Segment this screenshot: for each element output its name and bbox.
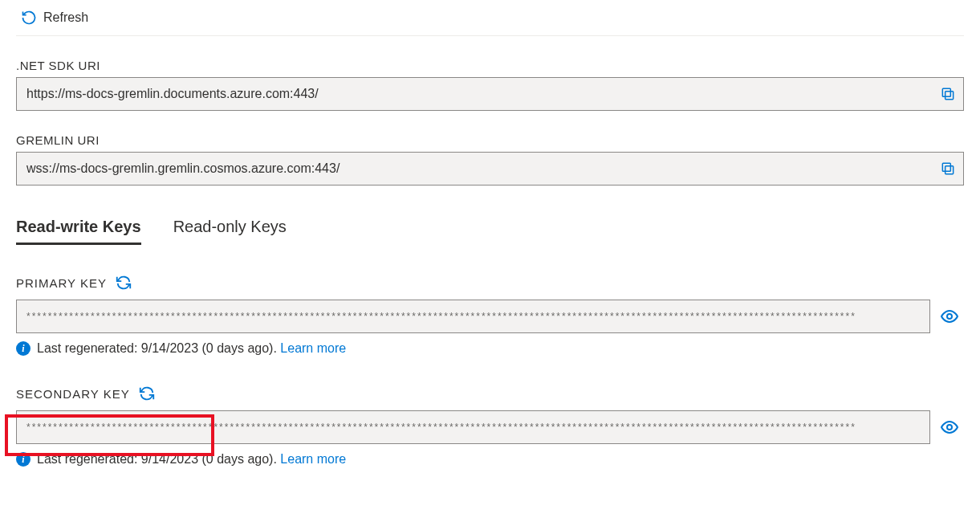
primary-key-section: PRIMARY KEY [16,274,964,356]
svg-point-5 [947,425,952,430]
tab-read-write-keys[interactable]: Read-write Keys [16,218,141,245]
copy-gremlin-uri-button[interactable] [937,157,959,180]
primary-key-learn-more-link[interactable]: Learn more [280,341,346,355]
regenerate-secondary-key-button[interactable] [138,385,156,402]
copy-icon [940,86,956,102]
gremlin-uri-input[interactable] [16,152,964,186]
secondary-key-input[interactable] [16,410,930,444]
svg-rect-3 [942,163,950,171]
tab-read-only-keys[interactable]: Read-only Keys [173,218,287,245]
primary-key-label: PRIMARY KEY [16,276,107,290]
show-primary-key-button[interactable] [935,302,964,331]
copy-net-sdk-uri-button[interactable] [937,83,959,105]
gremlin-uri-label: GREMLIN URI [16,133,964,147]
secondary-key-label: SECONDARY KEY [16,387,130,401]
gremlin-uri-row [16,152,964,186]
secondary-key-row [16,410,964,444]
info-icon: i [16,452,30,467]
eye-icon [940,418,959,437]
refresh-icon [21,10,37,26]
copy-icon [940,161,956,177]
secondary-key-label-row: SECONDARY KEY [16,385,964,402]
primary-key-info: i Last regenerated: 9/14/2023 (0 days ag… [16,341,964,356]
primary-key-row [16,300,964,333]
gremlin-uri-section: GREMLIN URI [16,133,964,186]
secondary-key-section: SECONDARY KEY [16,385,964,467]
net-sdk-uri-input[interactable] [16,77,964,111]
secondary-key-info: i Last regenerated: 9/14/2023 (0 days ag… [16,452,964,467]
eye-icon [940,307,959,326]
refresh-label: Refresh [43,10,88,25]
refresh-button[interactable]: Refresh [16,6,93,29]
svg-point-4 [947,314,952,319]
secondary-key-learn-more-link[interactable]: Learn more [280,452,346,466]
show-secondary-key-button[interactable] [935,413,964,442]
svg-rect-0 [945,92,954,100]
info-icon: i [16,341,30,356]
net-sdk-uri-section: .NET SDK URI [16,59,964,111]
regenerate-primary-key-button[interactable] [115,274,132,292]
net-sdk-uri-label: .NET SDK URI [16,59,964,72]
svg-rect-1 [942,88,950,96]
command-bar: Refresh [16,0,964,36]
primary-key-regenerated-text: Last regenerated: 9/14/2023 (0 days ago)… [37,341,346,356]
primary-key-input[interactable] [16,300,930,333]
keys-tabs: Read-write Keys Read-only Keys [16,218,964,245]
svg-rect-2 [945,166,954,174]
net-sdk-uri-row [16,77,964,111]
keys-blade: Refresh .NET SDK URI GREMLIN URI [16,0,964,467]
primary-key-label-row: PRIMARY KEY [16,274,964,292]
secondary-key-regenerated-text: Last regenerated: 9/14/2023 (0 days ago)… [37,452,346,467]
